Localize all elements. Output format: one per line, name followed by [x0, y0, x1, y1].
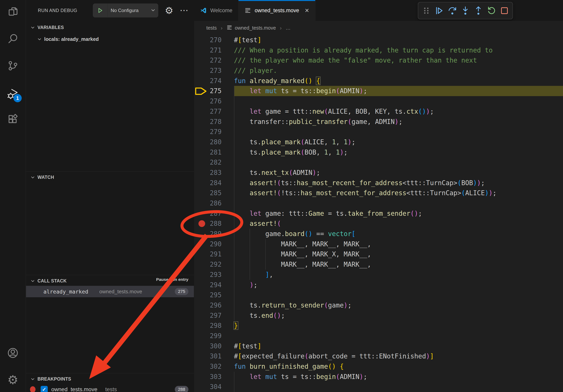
line-number[interactable]: 283: [194, 168, 221, 178]
search-icon[interactable]: [6, 32, 19, 45]
line-number[interactable]: 272: [194, 55, 221, 65]
code-line[interactable]: 275let mut ts = ts::begin(ADMIN);: [194, 86, 563, 96]
code-line[interactable]: 289game.board() == vector[: [194, 229, 563, 239]
line-number[interactable]: 295: [194, 290, 221, 300]
tab-owned-tests-move[interactable]: owned_tests.move✕: [239, 0, 315, 21]
code-line[interactable]: 281ts.place_mark(BOB, 1, 1);: [194, 147, 563, 157]
code-line[interactable]: 283ts.next_tx(ADMIN);: [194, 168, 563, 178]
breadcrumb-item[interactable]: tests: [206, 25, 217, 31]
code-line[interactable]: 291MARK__, MARK_X, MARK__,: [194, 249, 563, 259]
code-line[interactable]: 301#[expected_failure(abort_code = ttt::…: [194, 351, 563, 361]
line-number[interactable]: 299: [194, 331, 221, 341]
code-line[interactable]: 296ts.return_to_sender(game);: [194, 300, 563, 311]
code-line[interactable]: 271/// When a position is already marked…: [194, 45, 563, 55]
code-line[interactable]: 285assert!(!ts::has_most_recent_for_addr…: [194, 188, 563, 198]
stop-icon[interactable]: [499, 5, 510, 16]
breadcrumb-item[interactable]: owned_tests.move: [227, 25, 276, 32]
line-number[interactable]: 288: [194, 219, 221, 229]
line-number[interactable]: 290: [194, 239, 221, 249]
code-line[interactable]: 287let game: ttt::Game = ts.take_from_se…: [194, 209, 563, 219]
code-line[interactable]: 288assert!(: [194, 219, 563, 229]
source-control-icon[interactable]: [6, 59, 19, 72]
code-line[interactable]: 302fun burn_unfinished_game() {: [194, 361, 563, 372]
code-line[interactable]: 270#[test]: [194, 35, 563, 45]
continue-icon[interactable]: [434, 5, 445, 16]
code-line[interactable]: 279: [194, 127, 563, 137]
line-number[interactable]: 274: [194, 76, 221, 86]
drag-handle-icon[interactable]: [421, 5, 432, 16]
code-line[interactable]: 274fun already_marked() {: [194, 76, 563, 86]
code-line[interactable]: 272/// the player who made the "false" m…: [194, 55, 563, 65]
code-line[interactable]: 300#[test]: [194, 341, 563, 351]
debug-settings-gear-icon[interactable]: ⚙: [163, 4, 176, 17]
line-number[interactable]: 289: [194, 229, 221, 239]
code-line[interactable]: 277let game = ttt::new(ALICE, BOB, KEY, …: [194, 106, 563, 117]
code-line[interactable]: 299: [194, 331, 563, 341]
line-number[interactable]: 270: [194, 35, 221, 45]
line-number[interactable]: 284: [194, 178, 221, 188]
code-line[interactable]: 280ts.place_mark(ALICE, 1, 1);: [194, 137, 563, 147]
code-line[interactable]: 304: [194, 382, 563, 392]
line-number[interactable]: 271: [194, 45, 221, 55]
line-number[interactable]: 303: [194, 372, 221, 382]
line-number[interactable]: 300: [194, 341, 221, 351]
code-line[interactable]: 276: [194, 96, 563, 106]
call-stack-frame-row[interactable]: already_marked owned_tests.move 275: [26, 286, 194, 297]
code-editor[interactable]: 270#[test]271/// When a position is alre…: [194, 35, 563, 392]
code-line[interactable]: 282: [194, 157, 563, 168]
step-out-icon[interactable]: [473, 5, 484, 16]
code-line[interactable]: 292MARK__, MARK__, MARK__,: [194, 259, 563, 270]
call-stack-section-header[interactable]: CALL STACK: [30, 276, 67, 286]
line-number[interactable]: 279: [194, 127, 221, 137]
files-icon[interactable]: [6, 5, 19, 18]
code-line[interactable]: 290MARK__, MARK__, MARK__,: [194, 239, 563, 249]
settings-icon[interactable]: ⚙: [6, 373, 19, 386]
line-number[interactable]: 278: [194, 117, 221, 127]
debug-config-button[interactable]: No Configura: [93, 3, 158, 17]
line-number[interactable]: 297: [194, 311, 221, 321]
breadcrumb-item[interactable]: …: [286, 25, 291, 31]
line-number[interactable]: 282: [194, 157, 221, 168]
line-number[interactable]: 281: [194, 147, 221, 157]
variables-locals-scope[interactable]: locals: already_marked: [37, 34, 99, 44]
line-number[interactable]: 304: [194, 382, 221, 392]
line-number[interactable]: 293: [194, 270, 221, 280]
line-number[interactable]: 296: [194, 300, 221, 311]
tab-welcome[interactable]: Welcome: [194, 0, 239, 21]
line-number[interactable]: 294: [194, 280, 221, 290]
line-number[interactable]: 292: [194, 259, 221, 270]
line-number[interactable]: 277: [194, 106, 221, 117]
line-number[interactable]: 286: [194, 198, 221, 209]
more-actions-icon[interactable]: ⋯: [177, 3, 191, 17]
close-icon[interactable]: ✕: [305, 7, 309, 14]
code-line[interactable]: 293],: [194, 270, 563, 280]
code-line[interactable]: 294);: [194, 280, 563, 290]
line-number[interactable]: 273: [194, 65, 221, 76]
step-over-icon[interactable]: [447, 5, 458, 16]
code-line[interactable]: 273/// player.: [194, 65, 563, 76]
code-line[interactable]: 297ts.end();: [194, 311, 563, 321]
step-into-icon[interactable]: [460, 5, 471, 16]
start-debugging-icon[interactable]: [93, 4, 107, 17]
line-number[interactable]: 298: [194, 321, 221, 331]
watch-section-header[interactable]: WATCH: [30, 172, 54, 182]
line-number[interactable]: 285: [194, 188, 221, 198]
breakpoint-enabled-checkbox[interactable]: ✓: [41, 386, 48, 392]
breakpoint-list-item[interactable]: ✓ owned_tests.move tests 288: [26, 384, 194, 392]
run-and-debug-icon[interactable]: 1: [6, 87, 19, 100]
code-line[interactable]: 298}: [194, 321, 563, 331]
line-number[interactable]: 276: [194, 96, 221, 106]
code-line[interactable]: 295: [194, 290, 563, 300]
breakpoints-section-header[interactable]: BREAKPOINTS: [30, 374, 71, 384]
line-number[interactable]: 302: [194, 361, 221, 372]
code-line[interactable]: 284assert!(ts::has_most_recent_for_addre…: [194, 178, 563, 188]
variables-section-header[interactable]: VARIABLES: [30, 22, 64, 33]
restart-icon[interactable]: [486, 5, 497, 16]
line-number[interactable]: 280: [194, 137, 221, 147]
extensions-icon[interactable]: [6, 113, 19, 126]
line-number[interactable]: 287: [194, 209, 221, 219]
account-icon[interactable]: [6, 346, 19, 359]
code-line[interactable]: 303let mut ts = ts::begin(ADMIN);: [194, 372, 563, 382]
line-number[interactable]: 291: [194, 249, 221, 259]
line-number[interactable]: 301: [194, 351, 221, 361]
